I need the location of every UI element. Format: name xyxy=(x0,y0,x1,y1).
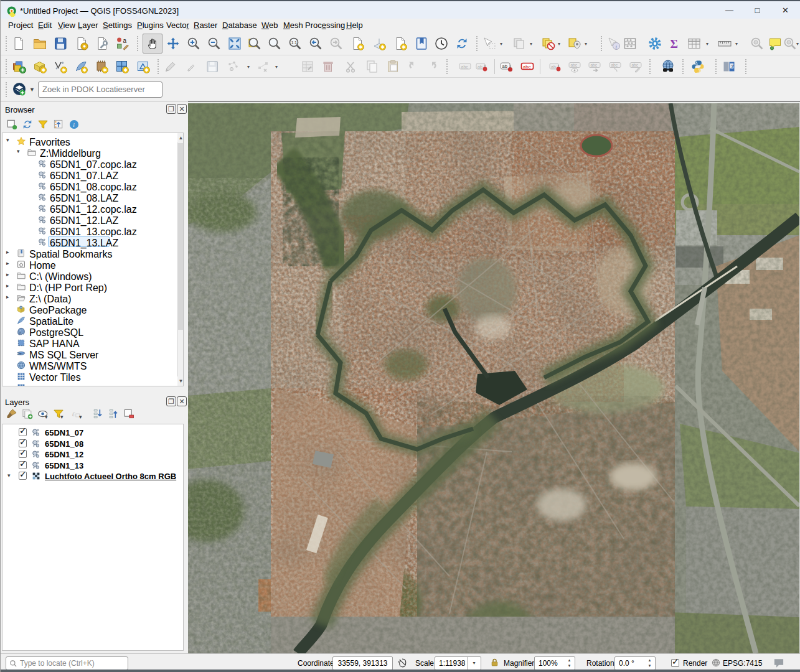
svg-text:ab: ab xyxy=(551,65,556,69)
svg-text:ε: ε xyxy=(72,410,75,418)
svg-text:1:1: 1:1 xyxy=(291,40,297,45)
svg-text:i: i xyxy=(73,122,75,128)
svg-text:abc: abc xyxy=(591,63,598,67)
svg-text:Σ: Σ xyxy=(671,37,678,50)
svg-text:ab: ab xyxy=(502,63,507,69)
svg-text:abc: abc xyxy=(571,63,578,67)
svg-text:abc: abc xyxy=(611,63,618,67)
svg-text:abc: abc xyxy=(461,65,469,69)
svg-text:abc: abc xyxy=(523,64,531,70)
svg-text:ab: ab xyxy=(478,65,482,69)
svg-text:?: ? xyxy=(731,63,734,69)
svg-text:abc: abc xyxy=(632,63,639,67)
svg-text:a: a xyxy=(123,37,127,44)
